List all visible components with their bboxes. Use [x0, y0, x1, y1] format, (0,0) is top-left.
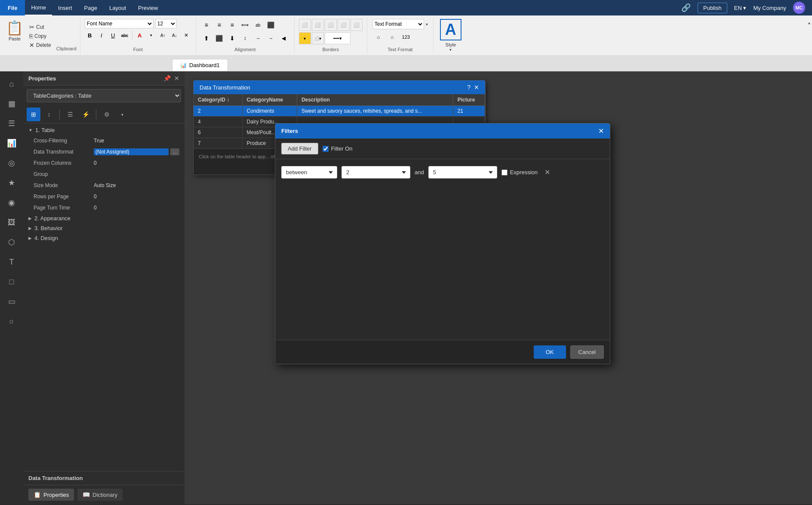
border-custom-button[interactable]: ⬜	[351, 19, 363, 31]
align-left-button[interactable]: ≡	[200, 19, 212, 31]
wrap-text-button[interactable]: ab	[252, 19, 264, 31]
indent2-button[interactable]: →	[265, 32, 277, 44]
ok-button[interactable]: OK	[534, 345, 566, 359]
dt-col-picture[interactable]: Picture	[453, 94, 485, 106]
filter-delete-button[interactable]: ✕	[542, 167, 553, 177]
underline-button[interactable]: U	[108, 30, 118, 40]
object-select[interactable]: TableCategories : Table	[27, 89, 181, 102]
dt-col-categoryname[interactable]: CategoryName	[242, 94, 297, 106]
filters-close-button[interactable]: ✕	[598, 127, 604, 135]
style-arrow[interactable]: ▾	[449, 47, 452, 52]
sidebar-box-icon[interactable]: □	[3, 273, 21, 291]
paste-button[interactable]: 📋 Paste	[3, 19, 26, 53]
sidebar-text-icon[interactable]: T	[3, 253, 21, 271]
layout-tool-button[interactable]: ⊞	[27, 108, 40, 121]
sidebar-image-icon[interactable]: 🖼	[3, 213, 21, 231]
menu-home[interactable]: Home	[25, 0, 52, 15]
cut-button[interactable]: ✂ Cut	[28, 23, 53, 31]
filter-value1-select[interactable]: 213	[341, 166, 410, 179]
border-all-button[interactable]: ⬜	[299, 19, 311, 31]
bold-button[interactable]: B	[85, 30, 95, 40]
sidebar-home-icon[interactable]: ⌂	[3, 75, 21, 93]
properties-bottom-tab[interactable]: 📋 Properties	[28, 489, 74, 501]
sidebar-globe-icon[interactable]: ◎	[3, 154, 21, 172]
border-color-button[interactable]: ⬜▾	[312, 32, 324, 44]
tf-icon1[interactable]: ⌂	[372, 31, 384, 43]
dt-close-button[interactable]: ✕	[474, 84, 479, 91]
data-transformation-edit-button[interactable]: ...	[170, 148, 179, 155]
filter-on-checkbox[interactable]	[323, 146, 329, 152]
grow-font-button[interactable]: A↑	[158, 30, 168, 40]
border-outer-button[interactable]: ⬜	[312, 19, 324, 31]
dt-col-description[interactable]: Description	[297, 94, 453, 106]
indent-button[interactable]: →	[252, 32, 264, 44]
appearance-section-header[interactable]: ▶ 2. Appearance	[23, 213, 185, 223]
menu-layout[interactable]: Layout	[103, 0, 132, 15]
filter-operator-select[interactable]: betweenequalsnot equals	[281, 166, 337, 179]
publish-button[interactable]: Publish	[698, 3, 727, 13]
border-inner-button[interactable]: ⬜	[325, 19, 337, 31]
data-tool-button[interactable]: ☰	[63, 108, 77, 121]
sidebar-grid-icon[interactable]: ▦	[3, 95, 21, 113]
border-style-button[interactable]: ━━▾	[325, 32, 351, 44]
top-align-button[interactable]: ⬆	[200, 32, 212, 44]
menu-page[interactable]: Page	[78, 0, 103, 15]
font-color-arrow[interactable]: ▾	[146, 30, 157, 40]
align-center-button[interactable]: ≡	[213, 19, 225, 31]
delete-button[interactable]: ✕ Delete	[28, 41, 53, 49]
font-size-select[interactable]: 12	[155, 19, 177, 28]
data-transformation-row[interactable]: Data Transformat (Not Assigned) ...	[23, 146, 185, 157]
text-format-arrow[interactable]: ▾	[426, 22, 428, 27]
design-section-header[interactable]: ▶ 4. Design	[23, 233, 185, 243]
sidebar-star-icon[interactable]: ★	[3, 174, 21, 192]
language-selector[interactable]: EN ▾	[734, 5, 747, 11]
align-right-button[interactable]: ≡	[226, 19, 238, 31]
font-name-select[interactable]: Font Name	[85, 19, 154, 28]
copy-button[interactable]: ⎘ Copy	[28, 32, 53, 40]
gear-tool-button[interactable]: ⚙	[100, 108, 114, 121]
table-section-header[interactable]: ▼ 1. Table	[23, 125, 185, 135]
mid-align-button[interactable]: ⬛	[213, 32, 225, 44]
add-filter-button[interactable]: Add Filter	[281, 143, 318, 154]
filter-value2-select[interactable]: 5310	[428, 166, 497, 179]
close-properties-button[interactable]: ✕	[174, 75, 179, 82]
share-button[interactable]: 🔗	[681, 3, 691, 12]
text-format-select[interactable]: Text Format	[372, 19, 424, 29]
sidebar-list-icon[interactable]: ☰	[3, 114, 21, 132]
distribute-h-button[interactable]: ⟺	[239, 19, 251, 31]
gear-arrow-button[interactable]: ▾	[115, 108, 129, 121]
menu-file[interactable]: File	[0, 0, 25, 15]
sidebar-okbutton-icon[interactable]: ▭	[3, 293, 21, 311]
menu-insert[interactable]: Insert	[52, 0, 78, 15]
pin-button[interactable]: 📌	[163, 75, 171, 82]
sort-tool-button[interactable]: ↕	[42, 108, 56, 121]
tf-icon3[interactable]: 123	[400, 31, 412, 43]
tab-dashboard1[interactable]: 📊 Dashboard1	[172, 59, 228, 71]
sidebar-circle-icon[interactable]: ◉	[3, 194, 21, 212]
italic-button[interactable]: I	[96, 30, 107, 40]
rtl-button[interactable]: ◀	[278, 32, 290, 44]
merge-button[interactable]: ⬛	[265, 19, 277, 31]
tf-icon2[interactable]: ⌂	[386, 31, 398, 43]
lightning-tool-button[interactable]: ⚡	[79, 108, 92, 121]
dt-col-categoryid[interactable]: CategoryID ↕	[194, 94, 242, 106]
border-none-button[interactable]: ⬜	[338, 19, 350, 31]
distribute-v-button[interactable]: ↕	[239, 32, 251, 44]
font-color-button[interactable]: A	[135, 30, 145, 40]
expression-toggle[interactable]: Expression	[501, 169, 538, 176]
filter-on-toggle[interactable]: Filter On	[323, 145, 353, 152]
shrink-font-button[interactable]: A↓	[169, 30, 180, 40]
behavior-section-header[interactable]: ▶ 3. Behavior	[23, 223, 185, 233]
bottom-align-button[interactable]: ⬇	[226, 32, 238, 44]
table-row[interactable]: 2 Condiments Sweet and savory sauces, re…	[194, 106, 485, 117]
cancel-button[interactable]: Cancel	[570, 345, 604, 359]
menu-preview[interactable]: Preview	[132, 0, 164, 15]
clear-format-button[interactable]: ✕	[181, 30, 191, 40]
ribbon-expand[interactable]: ▾	[806, 17, 812, 54]
fill-color-button[interactable]: ▾	[299, 32, 311, 44]
dt-help-button[interactable]: ?	[467, 84, 471, 91]
sidebar-circle2-icon[interactable]: ○	[3, 312, 21, 330]
sidebar-filter-icon[interactable]: ⬡	[3, 233, 21, 251]
strikethrough-button[interactable]: abc	[120, 30, 130, 40]
expression-checkbox[interactable]	[501, 169, 508, 176]
